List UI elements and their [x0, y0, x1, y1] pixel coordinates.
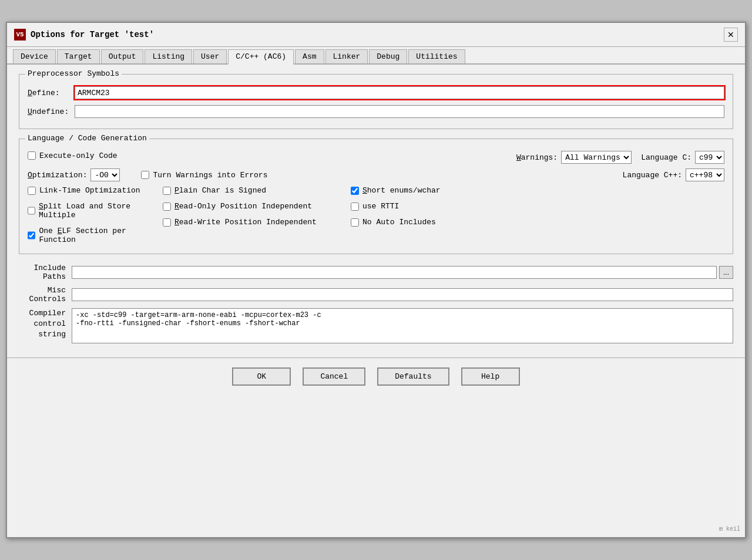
- short-enums-row: Short enums/wchar: [351, 186, 503, 195]
- define-input[interactable]: [75, 86, 724, 99]
- title-bar: V5 Options for Target 'test' ✕: [7, 23, 745, 47]
- readonly-pos-row: Read-Only Position Independent: [163, 202, 351, 211]
- readwrite-pos-label: Read-Write Position Independent: [174, 218, 317, 227]
- split-load-checkbox[interactable]: [28, 207, 35, 215]
- options-dialog: V5 Options for Target 'test' ✕ Device Ta…: [6, 22, 746, 538]
- turn-warnings-label: Turn Warnings into Errors: [153, 171, 267, 180]
- content-area: Preprocessor Symbols Define: Undefine: L…: [7, 65, 745, 357]
- tab-listing[interactable]: Listing: [145, 49, 192, 63]
- execute-only-checkbox[interactable]: [28, 151, 36, 160]
- tab-user[interactable]: User: [193, 49, 227, 63]
- undefine-input[interactable]: [75, 105, 724, 118]
- tab-linker[interactable]: Linker: [325, 49, 368, 63]
- tab-device[interactable]: Device: [13, 49, 56, 63]
- optimization-select[interactable]: -O0 -O1 -O2 -O3: [90, 168, 120, 181]
- define-label: Define:: [28, 89, 75, 97]
- include-paths-section: IncludePaths ... MiscControls: [19, 264, 733, 303]
- compiler-label: Compilercontrolstring: [19, 308, 72, 340]
- bottom-buttons: OK Cancel Defaults Help: [7, 357, 745, 395]
- language-label: Language / Code Generation: [25, 134, 149, 143]
- short-enums-checkbox[interactable]: [351, 187, 359, 195]
- readonly-pos-label: Read-Only Position Independent: [174, 202, 312, 211]
- defaults-button[interactable]: Defaults: [377, 367, 449, 386]
- split-load-label: Split Load and Store Multiple: [39, 202, 163, 220]
- plain-char-label: Plain Char is Signed: [174, 186, 266, 195]
- undefine-label: Undefine:: [28, 107, 75, 116]
- no-auto-includes-checkbox[interactable]: [351, 218, 359, 227]
- one-elf-label: One ELF Section per Function: [39, 227, 163, 244]
- tab-cpp-ac6[interactable]: C/C++ (AC6): [228, 49, 294, 65]
- turn-warnings-checkbox[interactable]: [141, 171, 149, 179]
- link-time-label: Link-Time Optimization: [39, 186, 140, 195]
- undefine-row: Undefine:: [28, 105, 724, 118]
- warnings-select[interactable]: All Warnings No Warnings: [561, 151, 632, 164]
- include-paths-wrap: ...: [72, 266, 733, 279]
- include-paths-label: IncludePaths: [19, 264, 72, 281]
- tabs-row: Device Target Output Listing User C/C++ …: [7, 47, 745, 65]
- no-auto-includes-label: No Auto Includes: [362, 218, 436, 227]
- include-paths-row: IncludePaths ...: [19, 264, 733, 281]
- language-c-select[interactable]: c99 c90: [695, 151, 724, 164]
- tab-asm[interactable]: Asm: [295, 49, 324, 63]
- one-elf-checkbox[interactable]: [28, 231, 35, 239]
- misc-controls-row: MiscControls: [19, 286, 733, 303]
- preprocessor-section: Preprocessor Symbols Define: Undefine:: [19, 74, 733, 129]
- compiler-section: Compilercontrolstring -xc -std=c99 -targ…: [19, 308, 733, 343]
- language-cpp-select[interactable]: c++98 c++11: [686, 168, 724, 181]
- close-button[interactable]: ✕: [724, 28, 738, 42]
- use-rtti-label: use RTTI: [362, 202, 399, 211]
- tab-target[interactable]: Target: [57, 49, 100, 63]
- plain-char-row: Plain Char is Signed: [163, 186, 351, 195]
- misc-controls-label: MiscControls: [19, 286, 72, 303]
- compiler-string-box: -xc -std=c99 -target=arm-arm-none-eabi -…: [72, 308, 733, 343]
- language-cpp-label: Language C++:: [623, 171, 682, 180]
- ok-button[interactable]: OK: [232, 367, 291, 386]
- execute-only-row: Execute-only Code: [28, 151, 118, 160]
- language-c-label: Language C:: [641, 153, 691, 162]
- dialog-title: Options for Target 'test': [31, 30, 154, 39]
- tab-output[interactable]: Output: [101, 49, 144, 63]
- warnings-label: Warnings:: [516, 153, 558, 162]
- link-time-checkbox[interactable]: [28, 187, 36, 195]
- tab-debug[interactable]: Debug: [369, 49, 407, 63]
- include-paths-input[interactable]: [72, 266, 717, 279]
- cancel-button[interactable]: Cancel: [303, 367, 365, 386]
- link-time-row: Link-Time Optimization: [28, 186, 163, 195]
- split-load-row: Split Load and Store Multiple: [28, 202, 163, 220]
- readwrite-pos-row: Read-Write Position Independent: [163, 218, 351, 227]
- include-paths-browse[interactable]: ...: [719, 266, 733, 279]
- readonly-pos-checkbox[interactable]: [163, 203, 171, 211]
- short-enums-label: Short enums/wchar: [362, 186, 441, 195]
- execute-only-label: Execute-only Code: [39, 151, 118, 160]
- misc-controls-wrap: [72, 288, 733, 301]
- define-row: Define:: [28, 86, 724, 99]
- misc-controls-input[interactable]: [72, 288, 733, 301]
- no-auto-includes-row: No Auto Includes: [351, 218, 503, 227]
- keil-logo: ⊞ keil: [719, 525, 740, 532]
- app-icon: V5: [14, 29, 26, 41]
- readwrite-pos-checkbox[interactable]: [163, 218, 171, 227]
- compiler-string-value: -xc -std=c99 -target=arm-arm-none-eabi -…: [76, 311, 321, 328]
- plain-char-checkbox[interactable]: [163, 187, 171, 195]
- preprocessor-label: Preprocessor Symbols: [25, 69, 122, 78]
- language-section: Language / Code Generation Execute-only …: [19, 139, 733, 254]
- tab-utilities[interactable]: Utilities: [408, 49, 465, 63]
- turn-warnings-row: Turn Warnings into Errors: [141, 171, 267, 180]
- optimization-label: Optimization:: [28, 171, 87, 180]
- title-bar-content: V5 Options for Target 'test': [14, 29, 154, 41]
- use-rtti-row: use RTTI: [351, 202, 503, 211]
- help-button[interactable]: Help: [461, 367, 520, 386]
- one-elf-row: One ELF Section per Function: [28, 227, 163, 244]
- use-rtti-checkbox[interactable]: [351, 203, 359, 211]
